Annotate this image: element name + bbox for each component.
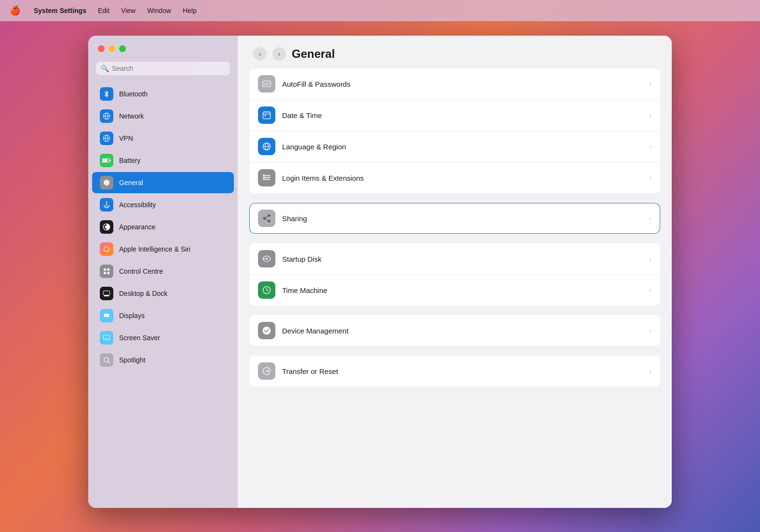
settings-group-1: AutoFill & Passwords › Date & Time › Lan…	[249, 68, 660, 193]
dock-icon	[100, 287, 113, 300]
apple-menu[interactable]: 🍎	[10, 5, 20, 16]
sidebar-item-network[interactable]: Network	[92, 106, 234, 127]
spotlight-icon	[100, 353, 113, 367]
accessibility-icon	[100, 198, 113, 212]
settings-group-3: Startup Disk › Time Machine ›	[249, 243, 660, 306]
control-centre-icon	[100, 265, 113, 278]
chevron-icon: ›	[649, 367, 651, 375]
datetime-row[interactable]: Date & Time ›	[249, 100, 660, 131]
sidebar-item-screen-saver[interactable]: Screen Saver	[92, 327, 234, 348]
svg-rect-16	[103, 291, 109, 295]
sidebar-item-label: Spotlight	[119, 356, 145, 364]
sidebar-item-spotlight[interactable]: Spotlight	[92, 349, 234, 371]
sidebar-item-battery[interactable]: Battery	[92, 150, 234, 171]
login-label: Login Items & Extensions	[282, 174, 642, 182]
window-controls	[88, 45, 238, 62]
search-bar[interactable]: 🔍	[96, 62, 230, 75]
sidebar-item-label: Screen Saver	[119, 334, 160, 342]
svg-rect-26	[264, 84, 265, 85]
search-input[interactable]	[112, 65, 225, 72]
sidebar-item-label: General	[119, 179, 143, 186]
search-icon: 🔍	[101, 65, 109, 72]
svg-point-44	[263, 217, 266, 220]
svg-rect-13	[107, 268, 109, 271]
siri-icon	[100, 242, 113, 256]
sidebar-item-displays[interactable]: Displays	[92, 305, 234, 326]
menu-bar: 🍎 System Settings Edit View Window Help	[0, 0, 760, 21]
svg-rect-18	[103, 335, 109, 340]
autofill-icon	[258, 75, 275, 93]
sidebar-item-general[interactable]: General	[92, 172, 234, 193]
svg-rect-22	[264, 83, 265, 84]
sidebar-item-bluetooth[interactable]: Bluetooth	[92, 83, 234, 105]
sidebar-item-label: Network	[119, 112, 144, 120]
sharing-label: Sharing	[282, 214, 642, 223]
svg-rect-29	[263, 112, 271, 119]
sidebar-item-control-centre[interactable]: Control Centre	[92, 261, 234, 282]
sidebar-item-vpn[interactable]: VPN	[92, 128, 234, 149]
chevron-icon: ›	[649, 80, 651, 88]
menu-edit[interactable]: Edit	[98, 7, 109, 14]
transfer-label: Transfer or Reset	[282, 367, 642, 375]
settings-group-5: Transfer or Reset ›	[249, 356, 660, 386]
datetime-icon	[258, 106, 275, 124]
menu-window[interactable]: Window	[147, 7, 171, 14]
main-window: 🔍 Bluetooth Network VPN Bat	[88, 36, 672, 508]
chevron-icon: ›	[649, 286, 651, 294]
bluetooth-icon	[100, 87, 113, 101]
sharing-row[interactable]: Sharing ›	[249, 203, 660, 234]
login-row[interactable]: Login Items & Extensions ›	[249, 162, 660, 193]
forward-button[interactable]: ›	[272, 47, 286, 61]
svg-point-9	[106, 182, 108, 184]
chevron-icon: ›	[649, 143, 651, 150]
timemachine-label: Time Machine	[282, 286, 642, 294]
svg-rect-15	[107, 272, 109, 274]
autofill-row[interactable]: AutoFill & Passwords ›	[249, 68, 660, 100]
displays-icon	[100, 309, 113, 322]
minimize-button[interactable]	[109, 45, 115, 52]
sidebar-item-label: Appearance	[119, 223, 156, 231]
svg-rect-40	[263, 174, 265, 176]
sidebar-item-accessibility[interactable]: Accessibility	[92, 194, 234, 215]
device-mgmt-row[interactable]: Device Management ›	[249, 315, 660, 346]
timemachine-row[interactable]: Time Machine ›	[249, 275, 660, 306]
svg-point-45	[268, 220, 271, 222]
sidebar-item-label: Control Centre	[119, 267, 163, 275]
menu-help[interactable]: Help	[183, 7, 197, 14]
autofill-label: AutoFill & Passwords	[282, 80, 642, 88]
chevron-icon: ›	[649, 255, 651, 263]
svg-rect-14	[104, 272, 106, 274]
network-icon	[100, 109, 113, 123]
sidebar-item-label: Displays	[119, 312, 145, 319]
sidebar-item-appearance[interactable]: Appearance	[92, 216, 234, 238]
sidebar-item-label: Bluetooth	[119, 90, 148, 98]
menu-view[interactable]: View	[121, 7, 136, 14]
svg-point-43	[268, 214, 271, 217]
svg-rect-8	[103, 159, 108, 162]
svg-line-46	[265, 219, 268, 220]
vpn-icon	[100, 132, 113, 145]
login-icon	[258, 169, 275, 186]
transfer-row[interactable]: Transfer or Reset ›	[249, 356, 660, 386]
app-name[interactable]: System Settings	[34, 7, 86, 14]
svg-point-19	[104, 358, 109, 362]
appearance-icon	[100, 220, 113, 234]
sidebar-item-apple-intelligence[interactable]: Apple Intelligence & Siri	[92, 239, 234, 260]
chevron-icon: ›	[649, 174, 651, 182]
back-button[interactable]: ‹	[253, 47, 267, 61]
sidebar-item-desktop-dock[interactable]: Desktop & Dock	[92, 283, 234, 304]
close-button[interactable]	[98, 45, 105, 52]
device-mgmt-label: Device Management	[282, 327, 642, 335]
svg-line-47	[265, 216, 268, 217]
chevron-icon: ›	[649, 214, 651, 222]
chevron-icon: ›	[649, 327, 651, 334]
startup-row[interactable]: Startup Disk ›	[249, 243, 660, 275]
startup-label: Startup Disk	[282, 255, 642, 263]
maximize-button[interactable]	[119, 45, 126, 52]
language-row[interactable]: Language & Region ›	[249, 131, 660, 162]
svg-rect-12	[104, 268, 106, 271]
device-mgmt-icon	[258, 322, 275, 339]
chevron-icon: ›	[649, 111, 651, 119]
svg-rect-25	[269, 83, 270, 84]
sharing-icon	[258, 210, 275, 227]
